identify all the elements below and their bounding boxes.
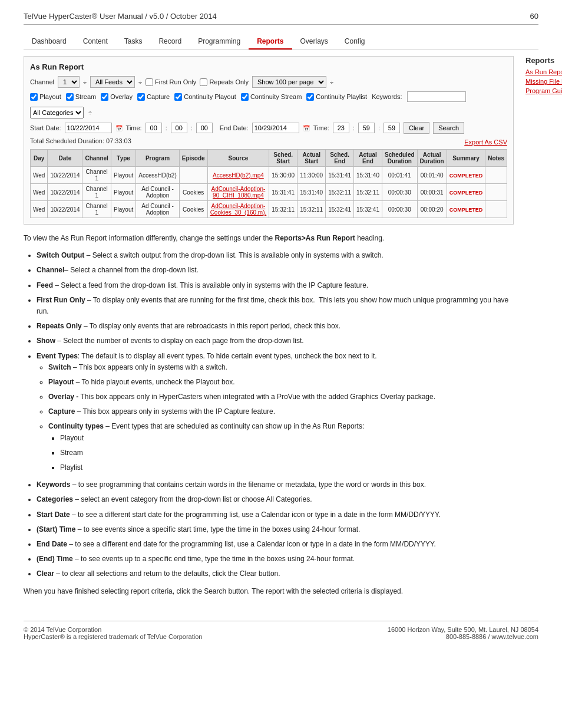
cont-stream-check-label[interactable]: Continuity Stream <box>241 93 302 101</box>
summary-badge: COMPLETED <box>449 207 483 213</box>
repeats-only-label[interactable]: Repeats Only <box>200 78 249 86</box>
bullet-list: Switch Output – Select a switch output f… <box>37 250 514 579</box>
col-actual-end: Actual End <box>354 150 382 167</box>
footer-left: © 2014 TelVue Corporation HyperCaster® i… <box>24 626 280 640</box>
col-sched-dur: Scheduled Duration <box>382 150 418 167</box>
sub-switch: Switch – This box appears only in system… <box>48 362 514 373</box>
cont-stream-checkbox[interactable] <box>241 93 249 101</box>
sub-capture: Capture – This box appears only in syste… <box>48 406 514 417</box>
document-title: TelVue HyperCaster® User Manual / v5.0 /… <box>24 12 217 21</box>
bullet-end-time: (End) Time – to see events up to a speci… <box>37 554 514 565</box>
export-csv-link[interactable]: Export As CSV <box>464 139 507 146</box>
channel-select[interactable]: 1 <box>58 76 80 88</box>
overlay-check-label[interactable]: Overlay <box>101 93 133 101</box>
bullet-switch-output: Switch Output – Select a switch output f… <box>37 250 514 261</box>
bullet-categories: Categories – select an event category fr… <box>37 494 514 505</box>
end-date-input[interactable] <box>252 123 299 133</box>
nav-dashboard[interactable]: Dashboard <box>24 34 75 50</box>
footer-copyright: © 2014 TelVue Corporation <box>24 626 280 633</box>
body-text: To view the As Run Report information di… <box>24 233 514 597</box>
top-nav: Dashboard Content Tasks Record Programmi… <box>24 34 538 50</box>
show-select[interactable]: Show 100 per page <box>252 76 326 88</box>
sidebar-link-as-run[interactable]: As Run Report <box>525 68 562 75</box>
bullet-start-date: Start Date – to see a different start da… <box>37 509 514 521</box>
playout-checkbox[interactable] <box>30 93 38 101</box>
start-time-s[interactable] <box>196 123 213 133</box>
categories-select[interactable]: All Categories <box>30 107 84 118</box>
cont-playout-check-label[interactable]: Continuity Playout <box>174 93 236 101</box>
cont-playout-checkbox[interactable] <box>174 93 182 101</box>
cont-stream-item: Stream <box>60 447 514 459</box>
stream-check-label[interactable]: Stream <box>66 93 96 101</box>
start-date-input[interactable] <box>65 123 112 133</box>
nav-programming[interactable]: Programming <box>190 34 249 50</box>
end-time-s[interactable] <box>384 123 400 133</box>
cal-icon-start[interactable]: 📅 <box>115 125 123 131</box>
divider-1: ÷ <box>83 78 87 85</box>
end-time-m[interactable] <box>358 123 375 133</box>
repeats-checkbox[interactable] <box>200 78 207 86</box>
closing-paragraph: When you have finished selecting report … <box>24 586 514 597</box>
keywords-label: Keywords: <box>372 93 402 100</box>
nav-content[interactable]: Content <box>75 34 116 50</box>
col-day: Day <box>31 150 48 167</box>
nav-record[interactable]: Record <box>150 34 190 50</box>
footer-trademark: HyperCaster® is a registered trademark o… <box>24 633 280 640</box>
capture-check-label[interactable]: Capture <box>137 93 170 101</box>
intro-text: To view the As Run Report information di… <box>24 234 275 242</box>
cont-playlist-check-label[interactable]: Continuity Playlist <box>306 93 367 101</box>
cal-icon-end[interactable]: 📅 <box>303 125 310 131</box>
cont-playlist-checkbox[interactable] <box>306 93 314 101</box>
stream-checkbox[interactable] <box>66 93 74 101</box>
nav-config[interactable]: Config <box>336 34 373 50</box>
time-sep-4: : <box>378 124 380 131</box>
first-run-label[interactable]: First Run Only <box>146 78 196 86</box>
time-sep-2: : <box>191 124 193 131</box>
col-channel: Channel <box>82 150 111 167</box>
cont-playout-item: Playout <box>60 433 514 444</box>
start-time-label: Time: <box>126 124 142 131</box>
sidebar-link-program-guide[interactable]: Program Guide Report <box>525 87 562 94</box>
summary-badge: COMPLETED <box>449 173 483 179</box>
end-time-h[interactable] <box>333 123 349 133</box>
sidebar-title: Reports <box>525 56 562 65</box>
search-button[interactable]: Search <box>433 122 464 134</box>
continuity-list: Playout Stream Playlist <box>60 433 514 474</box>
overlay-checkbox[interactable] <box>101 93 108 101</box>
divider-2: ÷ <box>138 78 142 85</box>
show-divider: ÷ <box>330 78 333 85</box>
page-number: 60 <box>530 12 538 21</box>
date-row: Start Date: 📅 Time: : : End Date: 📅 Time… <box>30 122 507 134</box>
col-source: Source <box>207 150 269 167</box>
start-time-m[interactable] <box>171 123 187 133</box>
col-date: Date <box>48 150 82 167</box>
time-sep-3: : <box>353 124 355 131</box>
checkbox-row: Playout Stream Overlay Capture Continuit… <box>30 91 507 118</box>
col-summary: Summary <box>447 150 485 167</box>
footer-address: 16000 Horizon Way, Suite 500, Mt. Laurel… <box>282 626 538 633</box>
start-time-h[interactable] <box>146 123 162 133</box>
nav-tasks[interactable]: Tasks <box>116 34 151 50</box>
bullet-start-time: (Start) Time – to see events since a spe… <box>37 524 514 535</box>
keywords-input[interactable] <box>407 91 466 102</box>
col-type: Type <box>111 150 135 167</box>
report-box: As Run Report Channel 1 ÷ All Feeds ÷ Fi… <box>24 56 514 225</box>
nav-reports[interactable]: Reports <box>249 34 292 50</box>
page-header: TelVue HyperCaster® User Manual / v5.0 /… <box>24 12 538 25</box>
sidebar: Reports As Run Report Missing File Repor… <box>525 56 562 603</box>
capture-checkbox[interactable] <box>137 93 145 101</box>
first-run-checkbox[interactable] <box>146 78 153 86</box>
sidebar-link-missing-file[interactable]: Missing File Report <box>525 78 562 85</box>
clear-button[interactable]: Clear <box>404 122 429 134</box>
page-footer: © 2014 TelVue Corporation HyperCaster® i… <box>24 621 538 640</box>
cont-playlist-item: Playlist <box>60 462 514 473</box>
nav-overlays[interactable]: Overlays <box>292 34 336 50</box>
feed-select[interactable]: All Feeds <box>90 76 135 88</box>
col-actual-dur: Actual Duration <box>417 150 447 167</box>
sub-overlay: Overlay - This box appears only in Hyper… <box>48 391 514 403</box>
report-table: Day Date Channel Type Program Episode So… <box>30 149 507 218</box>
col-actual-start: Actual Start <box>297 150 326 167</box>
playout-check-label[interactable]: Playout <box>30 93 61 101</box>
event-types-list: Switch – This box appears only in system… <box>48 362 514 474</box>
bullet-first-run: First Run Only – To display only events … <box>37 295 514 317</box>
